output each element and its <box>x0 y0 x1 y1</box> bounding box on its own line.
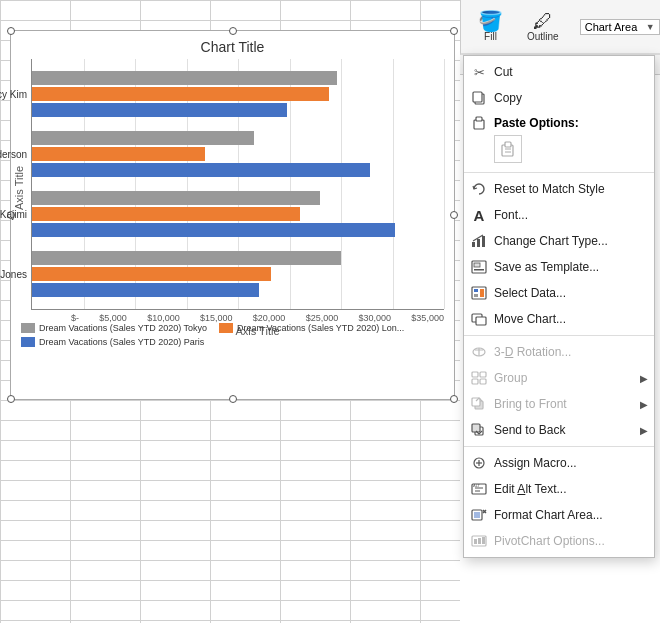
svg-rect-26 <box>472 398 480 406</box>
copy-icon <box>470 90 488 106</box>
svg-rect-16 <box>474 294 478 297</box>
menu-item-change-chart-type[interactable]: Change Chart Type... <box>464 228 654 254</box>
menu-item-save-as-template[interactable]: Save as Template... <box>464 254 654 280</box>
outline-label: Outline <box>527 31 559 42</box>
x-label-5: $25,000 <box>306 313 339 323</box>
menu-item-send-to-back[interactable]: Send to Back ▶ <box>464 417 654 443</box>
svg-rect-17 <box>480 289 484 297</box>
svg-rect-41 <box>474 539 477 544</box>
menu-label-select-data: Select Data... <box>494 286 646 300</box>
edit-alt-text-icon: ALT <box>470 481 488 497</box>
bar-row-2: Karen Kajimi <box>32 184 444 244</box>
bar-blue-0 <box>32 103 287 117</box>
bring-to-front-icon <box>470 396 488 412</box>
menu-item-pivotchart-options: PivotChart Options... <box>464 528 654 554</box>
fill-icon: 🪣 <box>478 11 503 31</box>
pivotchart-options-icon <box>470 533 488 549</box>
bar-gray-2 <box>32 191 320 205</box>
menu-label-change-chart-type: Change Chart Type... <box>494 234 646 248</box>
handle-tl[interactable] <box>7 27 15 35</box>
bar-orange-0 <box>32 87 329 101</box>
menu-label-edit-alt-text: Edit Alt Text... <box>494 482 646 496</box>
paste-options-label: Paste Options: <box>464 111 654 133</box>
save-template-icon <box>470 259 488 275</box>
svg-rect-22 <box>480 372 486 377</box>
menu-item-select-data[interactable]: Select Data... <box>464 280 654 306</box>
bar-gray-0 <box>32 71 337 85</box>
svg-rect-1 <box>473 92 482 102</box>
handle-bc[interactable] <box>229 395 237 403</box>
bar-label-1: Peter Anderson <box>0 149 27 160</box>
change-chart-type-icon <box>470 233 488 249</box>
chart-plot: Lucy Kim Peter Anderson <box>31 59 444 310</box>
chart-area-dropdown[interactable]: Chart Area ▼ <box>580 19 660 35</box>
svg-rect-42 <box>478 538 481 544</box>
bar-row-0: Lucy Kim <box>32 64 444 124</box>
handle-tr[interactable] <box>450 27 458 35</box>
legend-swatch-2 <box>21 337 35 347</box>
menu-item-bring-to-front: Bring to Front ▶ <box>464 391 654 417</box>
bars-group-1 <box>32 131 444 177</box>
menu-item-group: Group ▶ <box>464 365 654 391</box>
handle-mr[interactable] <box>450 211 458 219</box>
separator-3 <box>464 446 654 447</box>
legend-text-0: Dream Vacations (Sales YTD 2020) Tokyo <box>39 323 207 333</box>
x-label-0: $- <box>71 313 79 323</box>
ribbon-toolbar: 🪣 Fill 🖊 Outline Chart Area ▼ <box>460 0 660 55</box>
legend-text-2: Dream Vacations (Sales YTD 2020) Paris <box>39 337 204 347</box>
svg-rect-24 <box>480 379 486 384</box>
bar-blue-2 <box>32 223 395 237</box>
x-label-2: $10,000 <box>147 313 180 323</box>
legend-swatch-0 <box>21 323 35 333</box>
svg-rect-10 <box>482 236 485 247</box>
menu-item-reset[interactable]: Reset to Match Style <box>464 176 654 202</box>
menu-item-format-chart-area[interactable]: Format Chart Area... <box>464 502 654 528</box>
menu-label-save-as-template: Save as Template... <box>494 260 646 274</box>
menu-item-assign-macro[interactable]: Assign Macro... <box>464 450 654 476</box>
menu-item-move-chart[interactable]: Move Chart... <box>464 306 654 332</box>
svg-rect-15 <box>474 289 478 292</box>
separator-1 <box>464 172 654 173</box>
menu-item-edit-alt-text[interactable]: ALT Edit Alt Text... <box>464 476 654 502</box>
bar-blue-1 <box>32 163 370 177</box>
x-label-3: $15,000 <box>200 313 233 323</box>
menu-label-reset: Reset to Match Style <box>494 182 646 196</box>
x-axis-labels: $- $5,000 $10,000 $15,000 $20,000 $25,00… <box>31 310 444 323</box>
bars-group-3 <box>32 251 444 297</box>
handle-bl[interactable] <box>7 395 15 403</box>
send-to-back-icon <box>470 422 488 438</box>
svg-rect-23 <box>472 379 478 384</box>
separator-2 <box>464 335 654 336</box>
assign-macro-icon <box>470 455 488 471</box>
bar-orange-1 <box>32 147 205 161</box>
bar-orange-2 <box>32 207 300 221</box>
menu-item-cut[interactable]: ✂ Cut <box>464 59 654 85</box>
menu-label-copy: Copy <box>494 91 646 105</box>
outline-button[interactable]: 🖊 Outline <box>518 8 568 45</box>
menu-label-format-chart-area: Format Chart Area... <box>494 508 646 522</box>
paste-options-text: Paste Options: <box>494 116 579 130</box>
x-label-4: $20,000 <box>253 313 286 323</box>
group-arrow-icon: ▶ <box>640 373 648 384</box>
cut-icon: ✂ <box>470 64 488 80</box>
svg-rect-3 <box>476 117 482 121</box>
move-chart-icon <box>470 311 488 327</box>
fill-button[interactable]: 🪣 Fill <box>469 8 512 45</box>
reset-icon <box>470 181 488 197</box>
select-data-icon <box>470 285 488 301</box>
legend-item-2: Dream Vacations (Sales YTD 2020) Paris <box>21 337 204 347</box>
handle-tc[interactable] <box>229 27 237 35</box>
chart-title: Chart Title <box>11 31 454 59</box>
handle-br[interactable] <box>450 395 458 403</box>
x-label-1: $5,000 <box>99 313 127 323</box>
chart-area-dropdown-area: Chart Area ▼ <box>580 19 660 35</box>
bring-to-front-arrow-icon: ▶ <box>640 399 648 410</box>
menu-label-3d-rotation: 3-D Rotation... <box>494 345 646 359</box>
bar-label-3: Alonzo Jones <box>0 269 27 280</box>
paste-options-section: Paste Options: <box>464 111 654 169</box>
outline-icon: 🖊 <box>533 11 553 31</box>
svg-rect-37 <box>474 512 480 518</box>
menu-item-font[interactable]: A Font... <box>464 202 654 228</box>
menu-item-copy[interactable]: Copy <box>464 85 654 111</box>
paste-icon-box[interactable] <box>494 135 522 163</box>
